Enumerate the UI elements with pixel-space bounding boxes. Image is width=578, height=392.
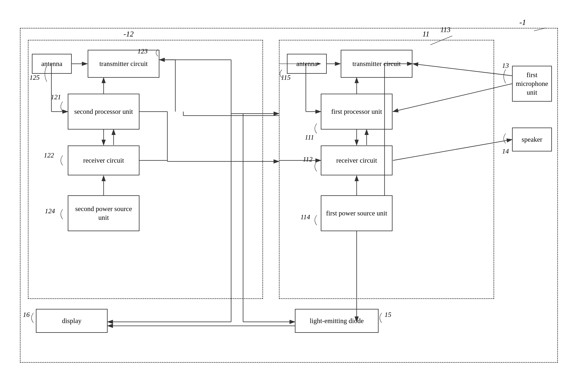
label-114: 114	[300, 213, 310, 221]
label-112: 112	[303, 155, 312, 163]
processor-second: second processor unit	[68, 94, 140, 130]
label-121: 121	[51, 93, 61, 101]
power-second: second power source unit	[68, 195, 140, 231]
label-115: 115	[281, 74, 290, 81]
label-15: 15	[385, 311, 391, 318]
speaker-unit: speaker	[512, 128, 552, 151]
antenna-first: antenna	[287, 54, 327, 74]
power-first: first power source unit	[321, 195, 392, 231]
label-124: 124	[45, 207, 55, 215]
diagram-container: -1 -12 11 113 antenna transmitter circui…	[12, 16, 566, 379]
label-12: -12	[124, 30, 134, 38]
label-122: 122	[44, 151, 54, 159]
processor-first: first processor unit	[321, 94, 392, 130]
label-16: 16	[23, 311, 30, 318]
antenna-second: antenna	[32, 54, 72, 74]
label-11: 11	[422, 30, 429, 38]
label-123: 123	[138, 48, 148, 55]
second-unit-box	[28, 40, 263, 299]
transmitter-second: transmitter circuit	[88, 50, 159, 78]
label-14: 14	[502, 147, 509, 155]
label-113: 113	[440, 26, 450, 34]
receiver-second: receiver circuit	[68, 146, 140, 175]
receiver-first: receiver circuit	[321, 146, 392, 175]
led-unit: light-emitting diode	[295, 309, 379, 333]
label-125: 125	[30, 74, 40, 81]
label-111: 111	[305, 134, 314, 141]
transmitter-first: transmitter circuit	[341, 50, 412, 78]
label-outer: -1	[519, 18, 526, 27]
display-unit: display	[36, 309, 108, 333]
microphone-first: first microphone unit	[512, 66, 552, 102]
label-13: 13	[502, 62, 509, 69]
